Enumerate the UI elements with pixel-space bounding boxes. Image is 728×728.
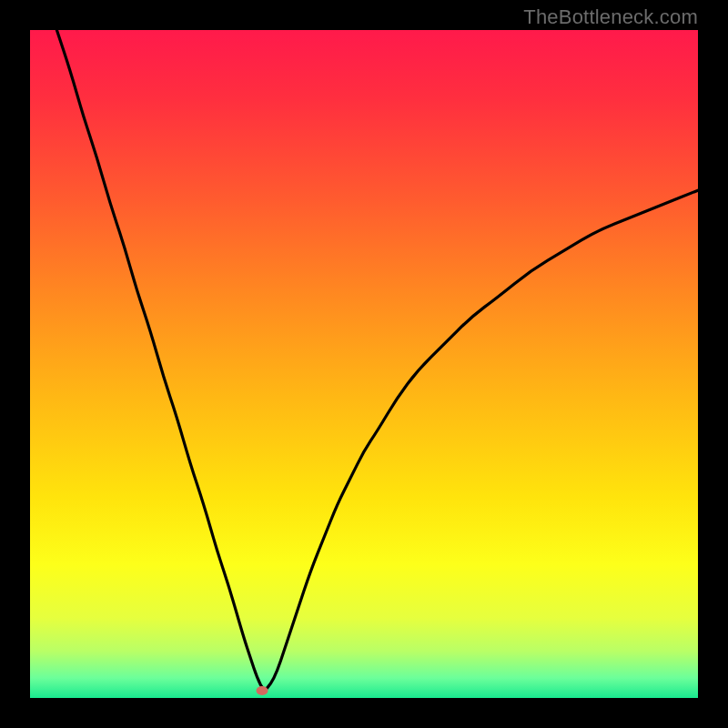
watermark-text: TheBottleneck.com: [523, 5, 698, 29]
plot-area: [30, 30, 698, 698]
chart-frame: TheBottleneck.com: [0, 0, 728, 728]
optimum-marker: [257, 686, 268, 695]
bottleneck-curve: [30, 30, 698, 698]
